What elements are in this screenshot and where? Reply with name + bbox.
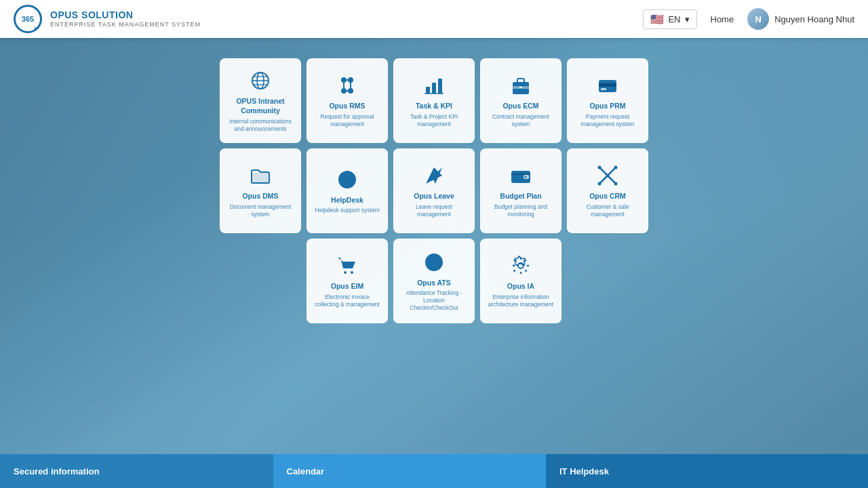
card-title: Opus Leave — [414, 192, 454, 201]
cards-row-1: Opus DMS Document management system He — [220, 148, 648, 233]
logo-text: OPUS SOLUTION ENTERPRISE TASK MANAGEMENT… — [50, 9, 201, 28]
svg-point-35 — [525, 176, 527, 178]
user-menu[interactable]: N Nguyen Hoang Nhut — [747, 8, 854, 30]
card-opus-leave[interactable]: Opus Leave Leave request management — [393, 148, 475, 233]
card-title: Opus DMS — [242, 192, 278, 201]
svg-point-45 — [344, 271, 347, 274]
card-opus-ecm[interactable]: Opus ECM Contract management system — [480, 58, 561, 143]
send-icon — [420, 163, 448, 188]
card-payment-icon — [594, 73, 621, 98]
card-opus-eim[interactable]: Opus EIM Electronic invoice collecting &… — [307, 239, 388, 323]
svg-rect-22 — [601, 88, 606, 90]
cart-icon — [334, 253, 361, 278]
cards-row-0: OPUS Intranet Community Internal communi… — [220, 58, 648, 143]
card-subtitle: Document management system — [226, 203, 295, 218]
svg-point-26 — [346, 178, 349, 181]
helpdesk-icon — [334, 167, 361, 192]
cards-row-2: Opus EIM Electronic invoice collecting &… — [307, 239, 561, 323]
card-opus-ats[interactable]: Opus ATS Attendance Tracking - Location … — [393, 239, 475, 323]
logo-title: OPUS SOLUTION — [50, 9, 201, 21]
logo-icon: vn — [14, 5, 42, 33]
card-helpdesk[interactable]: HelpDesk Helpdesk support system — [307, 148, 388, 233]
barchart-icon — [420, 73, 448, 98]
svg-point-50 — [433, 261, 435, 264]
card-opus-rms[interactable]: Opus RMS Request for approval management — [307, 58, 388, 143]
language-selector[interactable]: 🇺🇸 EN ▾ — [643, 9, 696, 29]
logo-vn: vn — [34, 26, 39, 30]
svg-point-46 — [351, 271, 353, 274]
lang-label: EN — [668, 14, 680, 24]
card-subtitle: Contract management system — [486, 113, 555, 128]
footer-section-calendar[interactable]: Calendar — [273, 454, 547, 488]
cards-grid: OPUS Intranet Community Internal communi… — [220, 58, 648, 323]
card-title: Opus RMS — [329, 102, 365, 111]
svg-point-41 — [598, 166, 601, 169]
rms-icon — [334, 73, 361, 98]
footer-section-helpdesk[interactable]: IT Helpdesk — [546, 454, 868, 488]
svg-point-6 — [349, 78, 353, 82]
wallet-icon — [507, 163, 534, 188]
card-subtitle: Enterprise information architecture mana… — [486, 293, 555, 308]
card-opus-ia[interactable]: Opus IA Enterprise information architect… — [480, 239, 561, 323]
briefcase-icon — [507, 73, 534, 98]
card-title: Opus PRM — [589, 102, 625, 111]
avatar-initials: N — [755, 14, 761, 24]
card-subtitle: Attendance Tracking - Location CheckIn/C… — [399, 289, 469, 312]
card-subtitle: Helpdesk support system — [315, 207, 379, 214]
svg-point-42 — [614, 166, 618, 169]
logo-subtitle: ENTERPRISE TASK MANAGEMENT SYSTEM — [50, 21, 201, 28]
chevron-down-icon: ▾ — [685, 14, 690, 24]
card-subtitle: Task & Project KPI management — [399, 113, 469, 128]
card-subtitle: Payment request management system — [573, 113, 642, 128]
svg-rect-23 — [252, 174, 269, 183]
card-title: Task & KPI — [416, 102, 452, 111]
svg-line-39 — [608, 176, 616, 184]
main-content: OPUS Intranet Community Internal communi… — [0, 38, 868, 337]
card-title: Opus EIM — [331, 282, 363, 291]
flag-icon: 🇺🇸 — [650, 13, 664, 26]
svg-line-36 — [599, 167, 608, 176]
svg-rect-14 — [432, 83, 436, 94]
svg-point-7 — [342, 89, 346, 93]
svg-point-40 — [606, 174, 610, 178]
card-title: HelpDesk — [331, 196, 363, 205]
card-task-kpi[interactable]: Task & KPI Task & Project KPI management — [393, 58, 475, 143]
card-subtitle: Customer & sale management — [573, 203, 642, 218]
card-subtitle: Leave request management — [399, 203, 469, 218]
card-opus-intranet[interactable]: OPUS Intranet Community Internal communi… — [220, 58, 301, 143]
globe-icon — [247, 68, 274, 93]
svg-line-38 — [599, 176, 608, 184]
header-left: vn OPUS SOLUTION ENTERPRISE TASK MANAGEM… — [14, 5, 201, 33]
footer-section-secured[interactable]: Secured information — [0, 454, 273, 488]
card-subtitle: Budget planning and monitoring — [486, 203, 555, 218]
footer: Secured information Calendar IT Helpdesk — [0, 454, 868, 488]
svg-point-43 — [598, 182, 601, 186]
svg-rect-21 — [599, 83, 616, 87]
footer-calendar-label: Calendar — [287, 466, 325, 476]
clock-icon — [420, 250, 448, 274]
card-subtitle: Electronic invoice collecting & manageme… — [313, 293, 382, 308]
card-opus-crm[interactable]: Opus CRM Customer & sale management — [567, 148, 648, 233]
card-opus-prm[interactable]: Opus PRM Payment request management syst… — [567, 58, 648, 143]
footer-helpdesk-label: IT Helpdesk — [559, 466, 609, 476]
folder-icon — [247, 163, 274, 188]
footer-secured-label: Secured information — [14, 466, 99, 476]
svg-rect-15 — [438, 79, 442, 94]
card-title: Opus ATS — [417, 279, 451, 288]
header: vn OPUS SOLUTION ENTERPRISE TASK MANAGEM… — [0, 0, 868, 38]
svg-point-5 — [342, 78, 346, 82]
avatar: N — [747, 8, 769, 30]
card-subtitle: Request for approval management — [313, 113, 382, 128]
crm-icon — [594, 163, 621, 188]
home-nav[interactable]: Home — [711, 14, 734, 24]
card-title: OPUS Intranet Community — [226, 97, 295, 115]
gear-icon — [507, 253, 534, 278]
svg-line-37 — [608, 167, 616, 176]
card-budget-plan[interactable]: Budget Plan Budget planning and monitori… — [480, 148, 561, 233]
card-opus-dms[interactable]: Opus DMS Document management system — [220, 148, 301, 233]
svg-point-8 — [349, 89, 353, 93]
card-title: Budget Plan — [500, 192, 541, 201]
card-title: Opus CRM — [589, 192, 626, 201]
svg-rect-13 — [426, 87, 430, 94]
card-title: Opus ECM — [502, 102, 538, 111]
